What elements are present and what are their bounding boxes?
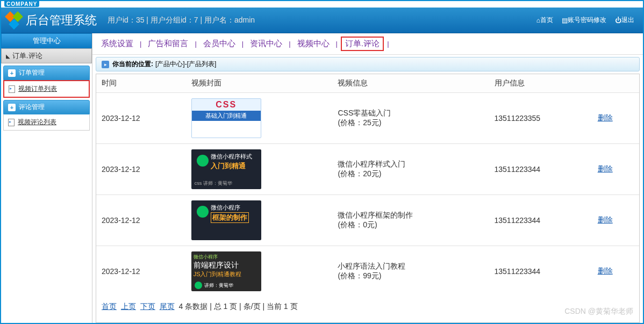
doc-icon [8,119,15,126]
col-video: 视频信息 [332,74,489,93]
col-cover: 视频封面 [186,74,333,93]
sidebar-item-video-orders[interactable]: 视频订单列表 [3,80,90,98]
sidebar-panel-orders[interactable]: +订单管理 [3,66,90,80]
top-nav: 系统设置| 广告和留言| 会员中心| 资讯中心| 视频中心| 订单.评论| [92,33,643,55]
logo-icon [6,13,22,28]
user-info: 用户id：35 | 用户分组id：7 | 用户名：admin [108,16,255,25]
delete-link[interactable]: 删除 [598,267,613,275]
table-row: 2023-12-12 微信小程序框架的制作 微信小程序框架的制作(价格：0元) … [96,195,639,246]
logout-button[interactable]: ⏻退出 [612,14,638,26]
page-info: 4 条数据 | 总 1 页 | 条/页 | 当前 1 页 [179,302,298,311]
account-button[interactable]: ▤账号密码修改 [559,14,610,26]
delete-link[interactable]: 删除 [598,113,613,122]
table-row: 2023-12-12 微信小程序前端程序设计JS入门到精通教程讲师：黄菊华 小程… [96,246,639,297]
power-icon: ⏻ [615,17,621,24]
page-last[interactable]: 尾页 [160,302,175,311]
header: 后台管理系统 用户id：35 | 用户分组id：7 | 用户名：admin ⌂首… [1,8,643,33]
table-row: 2023-12-12 CSS零基础入门(价格：25元) 13511223355 … [96,93,639,144]
sidebar-item-video-comments[interactable]: 视频评论列表 [3,114,90,131]
page-first[interactable]: 首页 [102,302,117,311]
expand-icon: + [8,69,16,77]
col-user: 用户信息 [489,74,592,93]
nav-members[interactable]: 会员中心 [200,38,239,50]
video-thumbnail [191,98,261,138]
video-thumbnail: 微信小程序样式入门到精通css 讲师：黄菊华 [191,149,261,189]
app-title: 后台管理系统 [26,12,97,28]
page-prev[interactable]: 上页 [121,302,136,311]
delete-link[interactable]: 删除 [598,215,613,224]
breadcrumb: ▸ 你当前的位置: [产品中心]-[产品列表] [96,57,640,71]
video-thumbnail: 微信小程序前端程序设计JS入门到精通教程讲师：黄菊华 [191,251,261,291]
home-icon: ⌂ [536,17,540,24]
sidebar-header: 管理中心 [1,33,92,48]
nav-orders-comments[interactable]: 订单.评论 [341,37,384,51]
pagination: 首页 上页 下页 尾页 4 条数据 | 总 1 页 | 条/页 | 当前 1 页 [96,297,639,317]
sidebar-panel-comments[interactable]: +评论管理 [3,100,90,114]
home-button[interactable]: ⌂首页 [533,14,556,26]
order-table: 时间 视频封面 视频信息 用户信息 2023-12-12 CSS零基础入门(价格… [96,74,639,297]
sidebar: 管理中心 ◣订单.评论 +订单管理 视频订单列表 +评论管理 视频评论列表 [1,33,92,323]
col-action [592,74,639,93]
company-tag: COMPANY [4,1,39,7]
table-row: 2023-12-12 微信小程序样式入门到精通css 讲师：黄菊华 微信小程序样… [96,144,639,195]
page-next[interactable]: 下页 [140,302,155,311]
doc-icon [9,85,15,93]
delete-link[interactable]: 删除 [598,164,613,173]
nav-news[interactable]: 资讯中心 [247,38,285,50]
video-thumbnail: 微信小程序框架的制作 [191,200,261,240]
col-time: 时间 [96,74,186,93]
edit-icon: ▤ [562,17,568,24]
expand-icon: + [8,104,16,111]
arrow-icon: ◣ [6,53,10,59]
nav-system[interactable]: 系统设置 [98,38,137,50]
sidebar-section[interactable]: ◣订单.评论 [1,48,92,63]
location-icon: ▸ [102,61,109,68]
nav-ads[interactable]: 广告和留言 [145,38,191,50]
nav-videos[interactable]: 视频中心 [294,38,333,50]
